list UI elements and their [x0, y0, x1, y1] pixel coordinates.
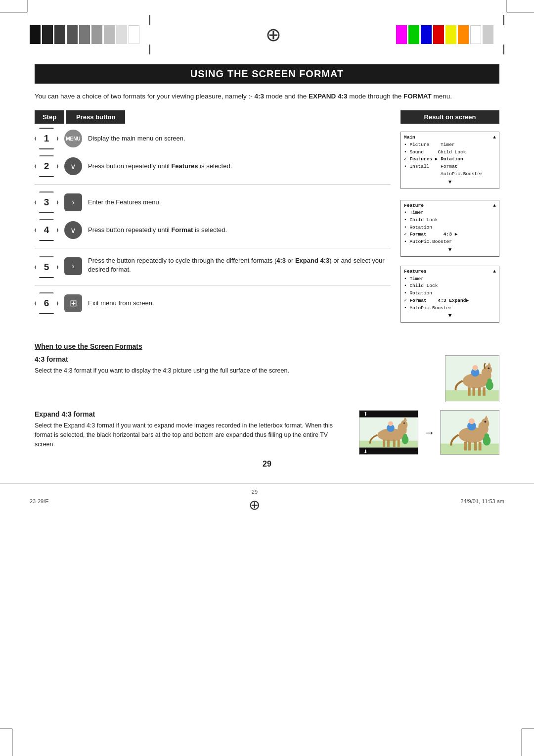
- svg-text:⬇: ⬇: [363, 449, 367, 455]
- arrow-down-button-2[interactable]: ∨: [64, 157, 82, 175]
- bottom-center-number: 29: [252, 489, 258, 495]
- color-block-gray: [483, 25, 493, 44]
- screen-item: • Child Lock: [404, 217, 496, 224]
- steps-header: Step Press button: [35, 110, 391, 124]
- svg-rect-24: [393, 440, 396, 447]
- screen-arrow-down: ▼: [404, 312, 496, 320]
- expanded-image: [440, 410, 499, 455]
- crosshair-area: ⊕: [160, 25, 386, 44]
- left-color-strip: [30, 25, 139, 44]
- steps-group-3-4: 3 › Enter the Features menu. 4 ∨ Press b…: [35, 189, 391, 244]
- screen-title-1: Main▲: [404, 134, 496, 142]
- svg-rect-1: [445, 390, 499, 401]
- screen-item: • Picture Timer: [404, 142, 496, 149]
- screen-item: • AutoPic.Booster: [404, 305, 496, 312]
- header-press-button: Press button: [66, 110, 125, 124]
- main-content: Using the Screen Format You can have a c…: [0, 59, 534, 483]
- exit-button-6[interactable]: ⊞: [64, 294, 82, 312]
- bottom-bar: 23-29/E 29 ⊕ 24/9/01, 11:53 am: [0, 483, 534, 518]
- format-expand-section: Expand 4:3 format Select the Expand 4:3 …: [35, 410, 499, 455]
- svg-rect-17: [359, 448, 418, 455]
- screen-item: • Timer: [404, 276, 496, 283]
- svg-point-29: [403, 423, 405, 424]
- svg-point-48: [485, 433, 490, 438]
- svg-text:⬆: ⬆: [363, 411, 367, 417]
- svg-point-12: [472, 365, 478, 371]
- step-row-1: 1 MENU Display the main menu on screen.: [35, 125, 391, 152]
- step-row-6: 6 ⊞ Exit menu from screen.: [35, 289, 391, 317]
- step-desc-3: Enter the Features menu.: [88, 198, 391, 207]
- screen-item: • Child Lock: [404, 283, 496, 290]
- svg-rect-22: [383, 440, 385, 447]
- right-color-strip: [396, 25, 493, 44]
- page-title-bar: Using the Screen Format: [35, 64, 499, 84]
- svg-rect-5: [468, 387, 471, 396]
- header-step: Step: [35, 110, 64, 124]
- horse-svg: [445, 355, 499, 402]
- steps-group-6: 6 ⊞ Exit menu from screen.: [35, 289, 391, 317]
- page-number: 29: [35, 460, 499, 469]
- menu-button-1[interactable]: MENU: [64, 130, 82, 147]
- step-row-2: 2 ∨ Press button repeatedly until Featur…: [35, 152, 391, 180]
- color-block-green: [408, 25, 419, 44]
- arrow-down-button-4[interactable]: ∨: [64, 221, 82, 239]
- svg-rect-23: [387, 440, 390, 447]
- screen-item: ✓ Format 4:3 Expand▶: [404, 297, 496, 305]
- steps-right-col: Result on screen Main▲ • Picture Timer •…: [400, 110, 499, 328]
- step-row-5: 5 › Press the button repeatedly to cycle…: [35, 252, 391, 281]
- color-block: [129, 25, 139, 44]
- screen-item: • Timer: [404, 209, 496, 217]
- when-to-use-title: When to use the Screen Formats: [35, 342, 499, 350]
- svg-point-10: [488, 368, 490, 370]
- steps-group-1-2: 1 MENU Display the main menu on screen. …: [35, 125, 391, 180]
- crop-mark-tr-h: [507, 12, 534, 13]
- step-desc-5: Press the button repeatedly to cycle thr…: [88, 256, 391, 274]
- svg-rect-8: [483, 387, 486, 396]
- crop-mark-tl-h: [0, 12, 27, 13]
- svg-rect-39: [464, 442, 467, 451]
- bottom-right-label: 24/9/01, 11:53 am: [460, 498, 504, 504]
- steps-group-5: 5 › Press the button repeatedly to cycle…: [35, 252, 391, 281]
- arrow-right-button-5[interactable]: ›: [64, 257, 82, 275]
- arrow-right-button-3[interactable]: ›: [64, 193, 82, 211]
- color-block: [116, 25, 127, 44]
- screen-item: • Rotation: [404, 290, 496, 297]
- crop-mark-br: [521, 729, 522, 756]
- crop-marks-left: [149, 15, 150, 54]
- format-expand-images: ⬆ ⬇ →: [359, 410, 499, 455]
- crosshair-icon: ⊕: [266, 25, 281, 44]
- svg-rect-25: [398, 440, 400, 447]
- screen-item: • Sound Child Lock: [404, 149, 496, 156]
- expand-arrow-icon: →: [423, 425, 435, 439]
- step-badge-6: 6: [35, 292, 58, 314]
- screen-item: ✓ Features ▶ Rotation: [404, 156, 496, 163]
- color-block-yellow: [445, 25, 456, 44]
- step-badge-5: 5: [35, 256, 58, 278]
- format-expand-desc: Select the Expand 4:3 format if you want…: [35, 421, 349, 449]
- step-row-4: 4 ∨ Press button repeatedly until Format…: [35, 216, 391, 244]
- step-badge-2: 2: [35, 155, 58, 177]
- svg-rect-6: [472, 387, 475, 396]
- header-result: Result on screen: [400, 110, 499, 124]
- crop-marks-right: [503, 15, 504, 54]
- step-desc-4: Press button repeatedly until Format is …: [88, 226, 391, 235]
- step-row-3: 3 › Enter the Features menu.: [35, 189, 391, 216]
- color-block: [104, 25, 115, 44]
- step-badge-1: 1: [35, 128, 58, 149]
- format-43-desc: Select the 4:3 format if you want to dis…: [35, 366, 430, 376]
- color-block-blue: [421, 25, 432, 44]
- svg-point-44: [469, 419, 475, 425]
- crop-mark-tl: [27, 0, 28, 12]
- letterbox-svg: ⬆ ⬇: [359, 410, 418, 455]
- screen-item: • Install Format: [404, 163, 496, 171]
- svg-point-27: [388, 422, 393, 426]
- format-43-text: 4:3 format Select the 4:3 format if you …: [35, 355, 430, 402]
- color-block: [42, 25, 53, 44]
- screen-item: • Rotation: [404, 224, 496, 232]
- bottom-left-label: 23-29/E: [30, 498, 49, 504]
- letterbox-image: ⬆ ⬇: [359, 410, 418, 455]
- expanded-svg: [441, 410, 499, 455]
- screen-item: ✓ Format 4:3 ▶: [404, 231, 496, 238]
- format-43-images: [445, 355, 499, 402]
- steps-left-col: Step Press button 1 MENU Display the mai…: [35, 110, 391, 328]
